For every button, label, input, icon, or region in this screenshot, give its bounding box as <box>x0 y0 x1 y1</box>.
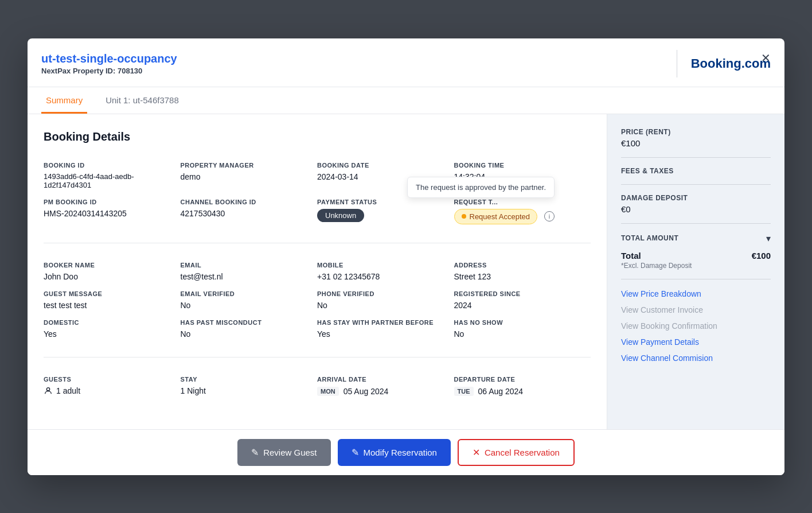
stay-item: STAY 1 Night <box>181 371 318 402</box>
channel-booking-id-item: CHANNEL BOOKING ID 4217530430 <box>181 194 318 229</box>
damage-deposit-row: DAMAGE DEPOSIT €0 <box>621 194 771 214</box>
guests-label: GUESTS <box>44 376 174 383</box>
property-id-label: NextPax Property ID: <box>41 67 115 75</box>
damage-deposit-label: DAMAGE DEPOSIT <box>621 194 771 202</box>
view-price-breakdown-link[interactable]: View Price Breakdown <box>621 289 701 298</box>
close-button[interactable]: ✕ <box>759 50 773 66</box>
pm-booking-id-value: HMS-20240314143205 <box>44 209 174 218</box>
view-customer-invoice-link[interactable]: View Customer Invoice <box>621 305 703 314</box>
property-manager-item: PROPERTY MANAGER demo <box>181 157 318 194</box>
domestic-item: DOMESTIC Yes <box>44 314 181 343</box>
view-channel-commission-link[interactable]: View Channel Commision <box>621 353 713 363</box>
cancel-reservation-button[interactable]: ✕ Cancel Reservation <box>458 439 575 466</box>
guest-message-value: test test test <box>44 301 174 310</box>
payment-status-label: PAYMENT STATUS <box>317 199 447 205</box>
modal-header: ut-test-single-occupancy NextPax Propert… <box>28 38 784 87</box>
total-text: Total <box>621 251 692 261</box>
phone-verified-value: No <box>317 301 447 310</box>
damage-deposit-value: €0 <box>621 204 771 214</box>
booking-id-item: BOOKING ID 1493add6-c4fd-4aad-aedb-1d2f1… <box>44 157 181 194</box>
booker-name-value: John Doo <box>44 272 174 281</box>
modify-icon: ✎ <box>352 447 359 458</box>
total-text-col: Total *Excl. Damage Deposit <box>621 251 692 270</box>
property-id-value: 708130 <box>118 67 142 75</box>
domestic-value: Yes <box>44 329 174 339</box>
email-item: EMAIL test@test.nl <box>181 257 318 286</box>
booking-details-title: Booking Details <box>44 130 591 143</box>
address-value: Street 123 <box>454 272 584 281</box>
payment-status-item: PAYMENT STATUS Unknown <box>317 194 454 229</box>
arrival-date-label: ARRIVAL DATE <box>317 376 447 383</box>
main-content: Booking Details BOOKING ID 1493add6-c4fd… <box>28 114 607 429</box>
view-payment-details-link[interactable]: View Payment Details <box>621 337 699 347</box>
departure-date-label: DEPARTURE DATE <box>454 376 584 383</box>
total-amount-row[interactable]: TOTAL AMOUNT ▾ <box>621 233 771 244</box>
modify-reservation-button[interactable]: ✎ Modify Reservation <box>338 439 451 466</box>
svg-point-0 <box>46 387 49 390</box>
email-value: test@test.nl <box>181 272 311 281</box>
property-manager-label: PROPERTY MANAGER <box>181 162 311 169</box>
view-booking-confirmation-link[interactable]: View Booking Confirmation <box>621 321 717 331</box>
tooltip-box: The request is approved by the partner. <box>407 177 555 198</box>
guests-icon: 1 adult <box>44 386 80 395</box>
booking-confirmation-link-row: View Booking Confirmation <box>621 321 771 331</box>
arrival-date-text: 05 Aug 2024 <box>343 387 389 396</box>
cancel-reservation-label: Cancel Reservation <box>485 448 560 457</box>
booker-name-label: BOOKER NAME <box>44 262 174 269</box>
header-divider <box>677 50 677 77</box>
review-guest-button[interactable]: ✎ Review Guest <box>237 439 330 466</box>
fees-taxes-row: FEES & TAXES <box>621 167 771 175</box>
guest-message-item: GUEST MESSAGE test test test <box>44 286 181 314</box>
price-divider-4 <box>621 279 771 279</box>
booking-details-row1: BOOKING ID 1493add6-c4fd-4aad-aedb-1d2f1… <box>44 157 591 243</box>
booking-date-label: BOOKING DATE <box>317 162 447 169</box>
modal-body: Booking Details BOOKING ID 1493add6-c4fd… <box>28 114 784 429</box>
property-id: NextPax Property ID: 708130 <box>41 67 663 75</box>
total-row: Total *Excl. Damage Deposit €100 <box>621 251 771 270</box>
modal-footer: ✎ Review Guest ✎ Modify Reservation ✕ Ca… <box>28 429 784 475</box>
tooltip-container: i The request is approved by the partner… <box>541 211 555 221</box>
request-type-label: REQUEST T... <box>454 199 584 205</box>
channel-booking-id-value: 4217530430 <box>181 209 311 218</box>
departure-day-tag: TUE <box>454 387 474 396</box>
has-past-misconduct-value: No <box>181 329 311 339</box>
domestic-label: DOMESTIC <box>44 319 174 326</box>
mobile-item: MOBILE +31 02 12345678 <box>317 257 454 286</box>
payment-status-badge: Unknown <box>317 209 364 222</box>
request-accepted-label: Request Accepted <box>470 212 530 221</box>
stay-label: STAY <box>181 376 311 383</box>
chevron-down-icon: ▾ <box>766 233 771 244</box>
total-amount-label: TOTAL AMOUNT <box>621 234 678 242</box>
phone-verified-item: PHONE VERIFIED No <box>317 286 454 314</box>
channel-commission-link-row: View Channel Commision <box>621 353 771 363</box>
request-type-item: REQUEST T... Request Accepted i The requ… <box>454 194 591 229</box>
departure-date-item: DEPARTURE DATE TUE 06 Aug 2024 <box>454 371 591 402</box>
guest-message-label: GUEST MESSAGE <box>44 290 174 297</box>
header-property-info: ut-test-single-occupancy NextPax Propert… <box>41 52 663 75</box>
tab-unit[interactable]: Unit 1: ut-546f3788 <box>101 87 184 114</box>
property-manager-value: demo <box>181 172 311 181</box>
tab-summary[interactable]: Summary <box>41 87 87 114</box>
review-guest-label: Review Guest <box>263 448 317 457</box>
property-name: ut-test-single-occupancy <box>41 52 663 65</box>
price-rent-row: PRICE (RENT) €100 <box>621 128 771 148</box>
has-past-misconduct-label: HAS PAST MISCONDUCT <box>181 319 311 326</box>
customer-invoice-link-row: View Customer Invoice <box>621 305 771 315</box>
registered-since-value: 2024 <box>454 301 584 310</box>
address-label: ADDRESS <box>454 262 584 269</box>
cancel-icon: ✕ <box>473 447 480 458</box>
email-verified-value: No <box>181 301 311 310</box>
booking-modal: ut-test-single-occupancy NextPax Propert… <box>28 38 784 475</box>
person-icon <box>44 386 53 395</box>
departure-date-badge: TUE 06 Aug 2024 <box>454 387 524 396</box>
arrival-date-item: ARRIVAL DATE MON 05 Aug 2024 <box>317 371 454 402</box>
pm-booking-id-label: PM BOOKING ID <box>44 199 174 205</box>
has-stay-with-partner-item: HAS STAY WITH PARTNER BEFORE Yes <box>317 314 454 343</box>
email-verified-item: EMAIL VERIFIED No <box>181 286 318 314</box>
modify-reservation-label: Modify Reservation <box>364 448 437 457</box>
request-accepted-badge: Request Accepted <box>454 209 538 224</box>
price-divider-1 <box>621 157 771 158</box>
booking-id-label: BOOKING ID <box>44 162 174 169</box>
info-icon[interactable]: i <box>544 211 555 221</box>
mobile-label: MOBILE <box>317 262 447 269</box>
